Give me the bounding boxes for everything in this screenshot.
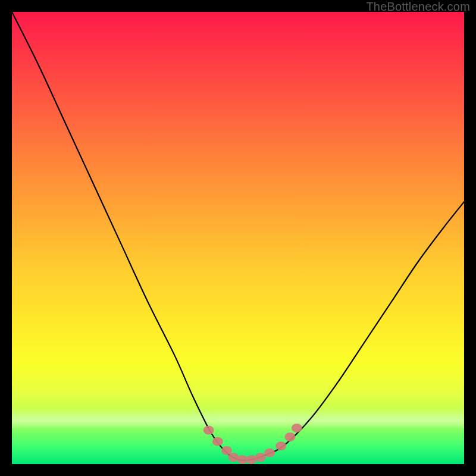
curve-markers	[203, 424, 302, 464]
watermark-text: TheBottleneck.com	[366, 0, 470, 14]
highlight-band	[12, 408, 464, 430]
curve-marker	[237, 455, 248, 464]
curve-marker	[246, 455, 257, 464]
curve-marker	[275, 441, 286, 450]
curve-marker	[203, 426, 214, 435]
curve-marker	[228, 453, 239, 462]
curve-marker	[221, 446, 232, 455]
bottleneck-curve-svg	[12, 12, 464, 464]
curve-marker	[264, 449, 275, 458]
plot-area	[12, 12, 464, 464]
curve-marker	[284, 433, 295, 441]
bottleneck-curve	[12, 12, 464, 461]
curve-marker	[292, 424, 302, 433]
curve-marker	[255, 453, 266, 462]
curve-marker	[212, 437, 223, 446]
chart-frame: TheBottleneck.com	[0, 0, 476, 476]
